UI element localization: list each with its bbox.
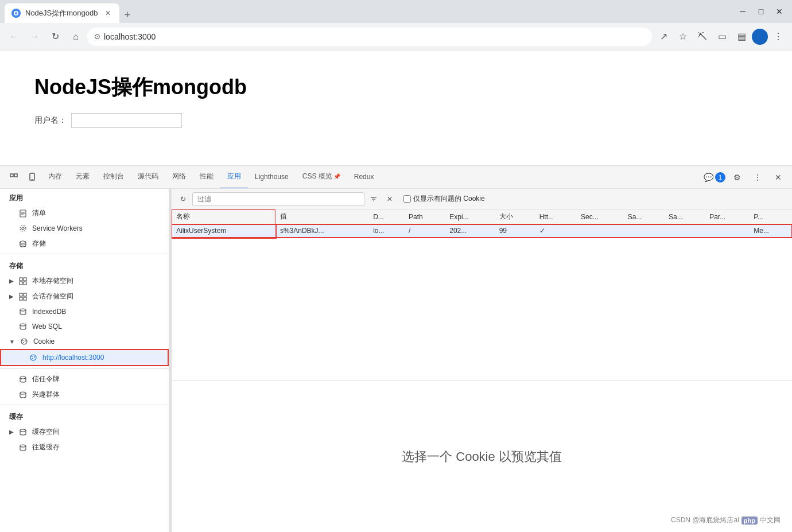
- share-icon[interactable]: ↗: [654, 28, 673, 46]
- tab-redux[interactable]: Redux: [347, 166, 381, 189]
- sidebar-item-web-sql[interactable]: Web SQL: [0, 319, 169, 334]
- sidebar-label-manifest: 清单: [32, 208, 46, 218]
- svg-rect-17: [24, 293, 26, 296]
- browser-tab[interactable]: NodeJS操作mongodb ✕: [5, 3, 119, 23]
- table-row[interactable]: AilixUserSystem s%3AnDBkJ... lo... / 202…: [172, 224, 792, 238]
- col-sameparty[interactable]: Sa...: [664, 209, 705, 224]
- devtools-settings-btn[interactable]: ⚙: [728, 168, 746, 187]
- db-icon-cache: [18, 428, 28, 437]
- sidebar-label-session-storage: 会话存储空间: [32, 292, 73, 301]
- col-path[interactable]: Path: [404, 209, 445, 224]
- cell-expires: 202...: [445, 224, 494, 238]
- forward-button[interactable]: →: [25, 28, 44, 46]
- cookie-icon: [20, 337, 29, 346]
- expand-arrow-cache: ▶: [9, 429, 14, 435]
- back-button[interactable]: ←: [5, 28, 23, 46]
- svg-rect-13: [24, 278, 26, 281]
- cookie-filter-input[interactable]: [192, 192, 364, 206]
- db-icon-indexed: [18, 307, 28, 316]
- col-domain[interactable]: D...: [368, 209, 404, 224]
- svg-rect-16: [20, 293, 22, 296]
- cookie-preview: 选择一个 Cookie 以预览其值: [172, 381, 792, 532]
- devtools-more-btn[interactable]: ⋮: [748, 168, 767, 187]
- home-button[interactable]: ⌂: [67, 28, 85, 46]
- svg-point-27: [32, 356, 33, 357]
- sidebar-item-session-storage[interactable]: ▶ 会话存储空间: [0, 289, 169, 304]
- col-expires[interactable]: Expi...: [445, 209, 494, 224]
- new-tab-button[interactable]: +: [119, 7, 135, 23]
- sidebar-item-cookie[interactable]: ▼ Cookie: [0, 334, 169, 349]
- cookie-preview-text: 选择一个 Cookie 以预览其值: [402, 448, 562, 465]
- col-value[interactable]: 值: [275, 209, 368, 224]
- devtools-panel: 内存 元素 控制台 源代码 网络 性能 应用: [0, 165, 792, 532]
- table-header-row: 名称 值 D... Path Expi... 大小 Htt... Sec...: [172, 209, 792, 224]
- refresh-cookies-btn[interactable]: ↻: [176, 192, 190, 206]
- sidebar-label-cookie: Cookie: [33, 337, 55, 345]
- tab-console[interactable]: 控制台: [96, 166, 131, 189]
- tab-css-overview[interactable]: CSS 概览 📌: [296, 166, 347, 189]
- clear-filter-btn[interactable]: ✕: [383, 192, 397, 206]
- svg-point-21: [20, 324, 26, 326]
- cookie-table-section: 名称 值 D... Path Expi... 大小 Htt... Sec...: [172, 209, 792, 381]
- sidebar-item-storage[interactable]: 存储: [0, 236, 169, 251]
- devtools-close-btn[interactable]: ✕: [769, 168, 787, 187]
- sidebar-item-manifest[interactable]: 清单: [0, 205, 169, 221]
- cast-icon[interactable]: ▭: [713, 28, 731, 46]
- sidebar-item-cache-storage[interactable]: ▶ 缓存空间: [0, 424, 169, 440]
- svg-point-25: [23, 342, 24, 343]
- tab-network[interactable]: 网络: [165, 166, 193, 189]
- svg-rect-15: [24, 282, 26, 285]
- db-icon-websql: [18, 322, 28, 331]
- col-name[interactable]: 名称: [172, 209, 275, 224]
- sidebar-icon[interactable]: ▤: [732, 28, 751, 46]
- menu-icon[interactable]: ⋮: [769, 28, 787, 46]
- svg-point-29: [32, 358, 33, 359]
- address-box[interactable]: ⊙ localhost:3000: [87, 28, 652, 46]
- sidebar-item-trust-tokens[interactable]: 信任令牌: [0, 371, 169, 387]
- tab-elements[interactable]: 元素: [69, 166, 96, 189]
- maximize-button[interactable]: □: [753, 3, 769, 20]
- sidebar-label-local-storage: 本地存储空间: [32, 276, 73, 286]
- tab-application[interactable]: 应用: [220, 166, 248, 189]
- close-button[interactable]: ✕: [771, 3, 787, 20]
- profile-avatar[interactable]: [752, 29, 768, 45]
- show-issues-label[interactable]: 仅显示有问题的 Cookie: [403, 194, 485, 204]
- show-issues-checkbox[interactable]: [403, 195, 411, 203]
- col-secure[interactable]: Sec...: [576, 209, 623, 224]
- cell-value: s%3AnDBkJ...: [275, 224, 368, 238]
- col-priority[interactable]: P...: [749, 209, 792, 224]
- extension-icon[interactable]: ⛏: [693, 28, 712, 46]
- col-samesite[interactable]: Sa...: [623, 209, 664, 224]
- url-text: localhost:3000: [104, 32, 156, 41]
- devtools-inspect-btn[interactable]: [5, 168, 23, 187]
- tab-close-button[interactable]: ✕: [103, 9, 112, 18]
- bookmark-icon[interactable]: ☆: [674, 28, 692, 46]
- username-input[interactable]: [71, 113, 182, 128]
- filter-options-btn[interactable]: [367, 192, 381, 206]
- col-partitioned[interactable]: Par...: [705, 209, 749, 224]
- tab-area: NodeJS操作mongodb ✕ +: [5, 0, 730, 23]
- tab-lighthouse[interactable]: Lighthouse: [248, 166, 296, 189]
- sidebar-item-interest-groups[interactable]: 兴趣群体: [0, 387, 169, 402]
- tab-sources[interactable]: 源代码: [131, 166, 165, 189]
- tab-performance[interactable]: 性能: [193, 166, 220, 189]
- devtools-device-btn[interactable]: [23, 168, 41, 187]
- sidebar-item-cookie-localhost[interactable]: http://localhost:3000: [0, 349, 169, 366]
- col-size[interactable]: 大小: [495, 209, 535, 224]
- sidebar-item-local-storage[interactable]: ▶ 本地存储空间: [0, 273, 169, 289]
- minimize-button[interactable]: ─: [735, 3, 751, 20]
- svg-rect-3: [30, 173, 34, 180]
- sidebar-label-back-forward-cache: 往返缓存: [32, 442, 60, 452]
- grid-icon-local: [18, 277, 28, 286]
- col-httponly[interactable]: Htt...: [535, 209, 576, 224]
- sidebar-item-back-forward-cache[interactable]: 往返缓存: [0, 440, 169, 455]
- username-label: 用户名：: [34, 115, 67, 126]
- sidebar-item-service-workers[interactable]: Service Workers: [0, 221, 169, 236]
- title-bar: NodeJS操作mongodb ✕ + ─ □ ✕: [0, 0, 792, 23]
- tab-memory[interactable]: 内存: [41, 166, 69, 189]
- db-icon-bfc: [18, 443, 28, 452]
- reload-button[interactable]: ↻: [46, 28, 64, 46]
- svg-point-24: [25, 340, 26, 341]
- page-content: NodeJS操作mongodb 用户名：: [0, 51, 792, 165]
- sidebar-item-indexeddb[interactable]: IndexedDB: [0, 304, 169, 319]
